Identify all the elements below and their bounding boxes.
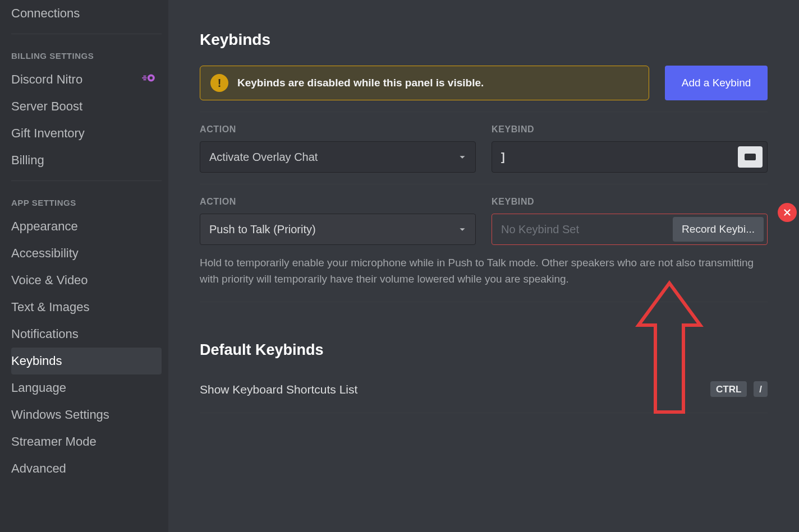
action-label: ACTION	[200, 197, 476, 207]
close-settings-button[interactable]	[778, 203, 797, 222]
keybind-row: ACTION Activate Overlay Chat KEYBIND ]	[200, 124, 768, 173]
sidebar-item-label: Appearance	[11, 219, 78, 234]
sidebar-item-label: Language	[11, 381, 66, 395]
key-chip: CTRL	[710, 381, 747, 398]
sidebar-item-keybinds[interactable]: Keybinds	[11, 348, 162, 374]
sidebar-item-voice-video[interactable]: Voice & Video	[11, 267, 162, 294]
sidebar-item-notifications[interactable]: Notifications	[11, 321, 162, 348]
sidebar-item-advanced[interactable]: Advanced	[11, 455, 162, 482]
sidebar-header-app: APP SETTINGS	[11, 188, 162, 213]
divider	[200, 112, 768, 112]
default-keybind-row: Show Keyboard Shortcuts List CTRL /	[200, 381, 768, 413]
sidebar-item-label: Billing	[11, 153, 44, 168]
default-keybind-keys: CTRL /	[707, 381, 768, 398]
add-keybind-button[interactable]: Add a Keybind	[665, 66, 768, 100]
settings-sidebar: Connections BILLING SETTINGS Discord Nit…	[0, 0, 168, 532]
keybind-placeholder: No Keybind Set	[501, 223, 673, 236]
sidebar-item-label: Discord Nitro	[11, 72, 82, 87]
chevron-down-icon	[456, 223, 469, 235]
sidebar-item-label: Connections	[11, 6, 80, 21]
sidebar-item-windows-settings[interactable]: Windows Settings	[11, 401, 162, 428]
sidebar-item-label: Text & Images	[11, 300, 89, 314]
divider	[200, 184, 768, 184]
sidebar-item-accessibility[interactable]: Accessibility	[11, 240, 162, 267]
sidebar-item-label: Advanced	[11, 461, 66, 476]
sidebar-item-label: Streamer Mode	[11, 434, 97, 449]
keybind-description: Hold to temporarily enable your micropho…	[200, 255, 768, 287]
chevron-down-icon	[456, 151, 469, 163]
sidebar-item-text-images[interactable]: Text & Images	[11, 294, 162, 321]
action-label: ACTION	[200, 124, 476, 135]
keybind-input[interactable]: ]	[492, 141, 768, 173]
sidebar-divider	[11, 34, 162, 34]
action-select-value: Activate Overlay Chat	[209, 151, 456, 164]
sidebar-item-label: Voice & Video	[11, 273, 88, 288]
nitro-icon	[141, 71, 156, 89]
action-select-value: Push to Talk (Priority)	[209, 223, 456, 236]
top-row: ! Keybinds are disabled while this panel…	[200, 66, 768, 100]
sidebar-item-label: Server Boost	[11, 99, 82, 114]
sidebar-divider	[11, 181, 162, 181]
sidebar-item-label: Keybinds	[11, 354, 62, 368]
record-keybind-button[interactable]: Record Keybi...	[673, 217, 764, 242]
sidebar-item-gift-inventory[interactable]: Gift Inventory	[11, 120, 162, 147]
keybind-label: KEYBIND	[492, 197, 768, 207]
sidebar-header-billing: BILLING SETTINGS	[11, 41, 162, 66]
page-title: Keybinds	[200, 31, 768, 49]
notice-text: Keybinds are disabled while this panel i…	[237, 77, 484, 89]
warning-icon: !	[210, 74, 228, 92]
sidebar-item-connections[interactable]: Connections	[11, 0, 162, 27]
sidebar-item-label: Accessibility	[11, 246, 79, 261]
sidebar-item-discord-nitro[interactable]: Discord Nitro	[11, 66, 162, 93]
keybind-value: ]	[501, 151, 505, 164]
close-icon	[782, 207, 792, 218]
keybind-row: ACTION Push to Talk (Priority) KEYBIND N…	[200, 197, 768, 245]
divider	[200, 302, 768, 302]
sidebar-item-label: Gift Inventory	[11, 126, 85, 141]
keybind-input-empty[interactable]: No Keybind Set Record Keybi...	[492, 214, 768, 245]
default-keybinds-title: Default Keybinds	[200, 341, 768, 359]
sidebar-item-label: Notifications	[11, 327, 79, 341]
main-content: Keybinds ! Keybinds are disabled while t…	[168, 0, 799, 532]
action-select[interactable]: Push to Talk (Priority)	[200, 214, 476, 245]
action-select[interactable]: Activate Overlay Chat	[200, 141, 476, 173]
svg-rect-2	[745, 154, 756, 160]
sidebar-item-billing[interactable]: Billing	[11, 147, 162, 174]
sidebar-item-server-boost[interactable]: Server Boost	[11, 93, 162, 120]
key-chip: /	[754, 381, 768, 398]
keybind-label: KEYBIND	[492, 124, 768, 135]
sidebar-item-label: Windows Settings	[11, 408, 109, 422]
svg-point-1	[150, 76, 153, 79]
default-keybind-label: Show Keyboard Shortcuts List	[200, 383, 357, 396]
sidebar-item-language[interactable]: Language	[11, 374, 162, 401]
keyboard-icon[interactable]	[738, 146, 763, 168]
sidebar-item-streamer-mode[interactable]: Streamer Mode	[11, 428, 162, 455]
notice-banner: ! Keybinds are disabled while this panel…	[200, 66, 649, 100]
sidebar-item-appearance[interactable]: Appearance	[11, 213, 162, 240]
